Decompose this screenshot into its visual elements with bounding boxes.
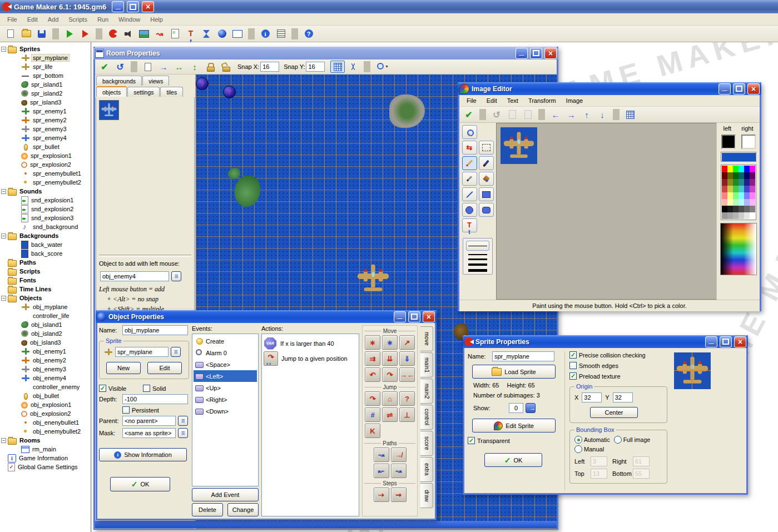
drawing-tool-button[interactable] [462, 141, 477, 155]
palette-color[interactable] [750, 166, 755, 172]
close-button[interactable] [423, 311, 435, 322]
image-toolbar-button[interactable] [595, 108, 609, 121]
room-toolbar-button[interactable] [346, 61, 360, 73]
minimize-button[interactable] [112, 1, 124, 12]
maximize-button[interactable] [530, 48, 542, 59]
snap-y-input[interactable] [306, 62, 325, 72]
palette-color[interactable] [744, 192, 750, 199]
object-menu-button[interactable] [171, 271, 181, 281]
persistent-checkbox[interactable] [122, 406, 130, 414]
maximize-button[interactable] [733, 83, 745, 95]
align-grid-action[interactable]: # [365, 407, 380, 422]
tree-item[interactable]: spr_enemy1 [0, 107, 91, 116]
tree-item[interactable]: obj_explosion1 [0, 400, 91, 409]
room-toolbar-button[interactable] [203, 61, 217, 73]
room-tab[interactable]: views [142, 76, 169, 86]
toolbar-button[interactable] [184, 27, 198, 41]
palette-color[interactable] [744, 186, 750, 192]
tree-expander[interactable]: − [1, 296, 6, 301]
delete-event-button[interactable]: Delete [192, 503, 223, 516]
palette-color[interactable] [727, 206, 733, 212]
tree-item[interactable]: − Rooms [0, 436, 91, 445]
island-instance[interactable] [389, 95, 425, 128]
set-friction-action[interactable]: →← [399, 367, 415, 382]
path-start-action[interactable]: ↝ [374, 448, 389, 462]
bbox-left-field[interactable] [591, 456, 607, 466]
room-toolbar-button[interactable] [374, 61, 388, 73]
palette-color[interactable] [739, 212, 744, 219]
palette-color[interactable] [750, 212, 755, 219]
palette-color[interactable] [739, 166, 744, 172]
event-item[interactable]: Create [194, 335, 257, 347]
palette-color[interactable] [744, 206, 750, 212]
tree-item[interactable]: controller_enemy [0, 382, 91, 391]
close-button[interactable] [734, 336, 746, 347]
ok-button[interactable]: OK [110, 477, 170, 491]
controller-instance[interactable] [223, 86, 236, 98]
tree-item[interactable]: obj_enemy4 [0, 374, 91, 382]
tree-item[interactable]: obj_myplane [0, 302, 91, 311]
edit-sprite-button[interactable]: Edit Sprite [472, 419, 556, 432]
drawing-tool-button[interactable] [479, 156, 494, 170]
tree-item[interactable]: obj_explosion2 [0, 409, 91, 418]
toolbar-button[interactable] [301, 27, 316, 41]
toolbar-button[interactable] [258, 27, 272, 41]
move-contact-action[interactable]: ⊥ [399, 407, 415, 422]
drawing-tool-button[interactable] [462, 172, 477, 186]
image-editor-title-bar[interactable]: Image Editor [458, 82, 761, 95]
image-toolbar-button[interactable] [579, 108, 594, 121]
toolbar-button[interactable] [62, 27, 77, 41]
tree-item[interactable]: spr_enemy4 [0, 133, 91, 142]
tree-item[interactable]: spr_bottom [0, 71, 91, 80]
drawing-tool-button[interactable] [462, 156, 477, 170]
toolbar-button[interactable] [19, 27, 33, 41]
tree-item[interactable]: obj_enemy2 [0, 356, 91, 365]
action-tab[interactable]: draw [420, 483, 433, 508]
add-event-button[interactable]: Add Event [192, 488, 259, 501]
tree-item[interactable]: snd_explosion1 [0, 196, 91, 205]
bbox-bottom-field[interactable] [633, 469, 650, 479]
automatic-radio[interactable] [574, 436, 582, 444]
snap-x-input[interactable] [260, 62, 279, 72]
action-tab[interactable]: score [420, 431, 433, 456]
tree-item[interactable]: obj_enenybullet1 [0, 418, 91, 427]
visible-checkbox[interactable] [99, 385, 106, 392]
image-canvas[interactable] [496, 123, 716, 300]
toolbar-button[interactable] [106, 27, 120, 41]
minimize-button[interactable] [718, 83, 731, 95]
palette-color[interactable] [739, 179, 744, 186]
line-width-option[interactable] [468, 263, 487, 266]
next-subimage-button[interactable] [526, 403, 536, 413]
jump-random-action[interactable]: ? [399, 391, 415, 406]
room-toolbar-button[interactable] [172, 61, 186, 73]
menu-item[interactable]: File [462, 96, 482, 105]
palette-color[interactable] [750, 206, 755, 212]
tree-item[interactable]: spr_island1 [0, 80, 91, 89]
palette-color[interactable] [744, 172, 750, 179]
move-fixed-action[interactable]: ∗ [365, 335, 380, 350]
load-sprite-button[interactable]: Load Sprite [472, 365, 556, 379]
palette-color[interactable] [733, 186, 739, 192]
menu-item[interactable]: Add [43, 15, 64, 24]
transparent-checkbox[interactable] [468, 437, 475, 444]
reverse-vertical-action[interactable]: ↷ [382, 367, 398, 382]
tree-item[interactable]: Scripts [0, 267, 91, 276]
palette-color[interactable] [744, 179, 750, 186]
toolbar-button[interactable] [168, 27, 182, 41]
palette-color[interactable] [727, 186, 733, 192]
minimize-button[interactable] [516, 48, 528, 59]
tree-item[interactable]: obj_enemybullet2 [0, 427, 91, 436]
action-tab[interactable]: move [420, 326, 433, 351]
tree-expander[interactable]: − [1, 189, 6, 194]
tree-item[interactable]: − Sprites [0, 44, 91, 53]
precise-collision-checkbox[interactable] [569, 351, 577, 359]
tree-item[interactable]: obj_island2 [0, 329, 91, 338]
drawing-tool-button[interactable] [479, 203, 494, 217]
show-information-button[interactable]: Show Information [99, 448, 187, 461]
palette-color[interactable] [750, 179, 755, 186]
menu-item[interactable]: Transform [523, 96, 561, 105]
palette-color[interactable] [727, 179, 733, 186]
image-toolbar-button[interactable] [548, 108, 563, 121]
full-image-radio[interactable] [614, 436, 622, 444]
toolbar-button[interactable] [3, 27, 18, 41]
